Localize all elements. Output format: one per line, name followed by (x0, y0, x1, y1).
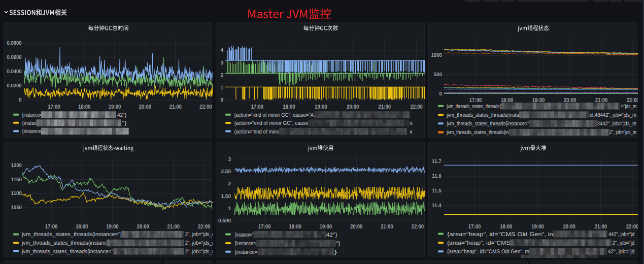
svg-text:3: 3 (220, 60, 223, 66)
svg-text:1200: 1200 (11, 162, 22, 169)
svg-text:22:00: 22:00 (199, 104, 212, 110)
svg-text:{instance=: {instance= (235, 241, 256, 247)
svg-text:{instance=: {instance= (235, 249, 258, 255)
svg-text:jvm_threads_states_threads{in: jvm_threads_states_threads{in (446, 129, 509, 136)
svg-text:0.0400: 0.0400 (7, 69, 22, 75)
svg-text:1100: 1100 (11, 190, 22, 196)
svg-text:3442", job="jds_m: 3442", job="jds_m (597, 121, 636, 127)
svg-text:="jds_m: ="jds_m (621, 104, 636, 110)
svg-text:17:00: 17:00 (468, 224, 481, 230)
svg-text:0: 0 (19, 97, 22, 103)
svg-text:0.0600: 0.0600 (7, 54, 22, 60)
svg-text:21:00: 21:00 (595, 97, 608, 104)
svg-text:20:00: 20:00 (139, 104, 152, 110)
svg-text:21:00: 21:00 (379, 104, 391, 110)
svg-text:442", job="jd: 442", job="jd (608, 232, 634, 238)
svg-text:11.7: 11.7 (432, 158, 442, 164)
svg-text:42"}: 42"} (117, 112, 126, 118)
svg-text:19:00: 19:00 (532, 97, 545, 104)
svg-text:et:48442", job="jds_m: et:48442", job="jds_m (590, 112, 637, 118)
svg-text:19:00: 19:00 (320, 224, 332, 230)
svg-text:21:00: 21:00 (595, 224, 607, 230)
svg-text:17:00: 17:00 (251, 104, 264, 110)
svg-text:19:00: 19:00 (315, 104, 327, 110)
svg-text:1050: 1050 (11, 205, 22, 211)
svg-text:21:00: 21:00 (381, 224, 393, 230)
svg-text:jvm_threads_states_threads{ins: jvm_threads_states_threads{instance=" (446, 121, 529, 127)
svg-text:20:00: 20:00 (564, 97, 577, 104)
svg-text:jvm_threads_states_threads{ins: jvm_threads_states_threads{instance=" (21, 249, 113, 255)
svg-text:2.50: 2.50 (221, 169, 231, 175)
svg-text:11.4: 11.4 (432, 203, 442, 209)
svg-text:17:00: 17:00 (48, 104, 60, 110)
svg-text:42", job="jd: 42", job="jd (608, 249, 634, 255)
svg-text:jvm_threads_states_threads{ins: jvm_threads_states_threads{instanc (21, 240, 107, 246)
svg-text:11.6: 11.6 (432, 173, 442, 179)
svg-text:1150: 1150 (11, 177, 22, 183)
svg-text:17:00: 17:00 (469, 97, 482, 104)
svg-text:{instance=": {instance=" (22, 112, 44, 118)
svg-text:x: x (410, 129, 413, 135)
svg-text:0: 0 (439, 91, 442, 97)
svg-text:"}: "} (122, 120, 127, 126)
svg-text:22:00: 22:00 (627, 97, 638, 104)
svg-text:500: 500 (434, 72, 442, 78)
svg-text:0.0200: 0.0200 (7, 83, 22, 89)
svg-text:19:00: 19:00 (109, 104, 121, 110)
svg-text:18:00: 18:00 (500, 224, 513, 230)
svg-text:2", job="jds_m: 2", job="jds_m (185, 240, 213, 246)
svg-text:22:00: 22:00 (626, 224, 638, 230)
svg-text:"}: "} (335, 241, 340, 247)
svg-text:19:00: 19:00 (106, 224, 119, 230)
svg-text:2", job="jds_m: 2", job="jds_m (185, 232, 213, 238)
svg-text:0: 0 (220, 97, 223, 103)
svg-text:jvm_threads_states_threads{ins: jvm_threads_states_threads{instance="j (21, 232, 122, 238)
svg-text:22:00: 22:00 (198, 224, 211, 230)
svg-text:2: 2 (228, 181, 231, 187)
svg-text:18:00: 18:00 (501, 97, 514, 104)
svg-text:{instance=": {instance=" (235, 232, 254, 238)
svg-text:20:00: 20:00 (350, 224, 363, 230)
svg-text:4: 4 (220, 47, 223, 53)
svg-text:{action="end of mino: {action="end of mino (234, 129, 280, 135)
svg-text:2: 2 (220, 72, 223, 78)
svg-text:20:00: 20:00 (563, 224, 575, 230)
svg-text:0.500: 0.500 (218, 218, 231, 224)
svg-text:22:00: 22:00 (412, 224, 424, 230)
svg-text:{area="heap", id="CMS: {area="heap", id="CMS (447, 240, 510, 246)
svg-text:18:00: 18:00 (78, 104, 91, 110)
svg-text:jvm_threads_states_threads{ins: jvm_threads_states_threads{insta (446, 112, 519, 118)
svg-text:{area="heap", id="CMS Old Gen": {area="heap", id="CMS Old Gen", m (447, 249, 529, 255)
svg-text:20:00: 20:00 (137, 224, 149, 230)
svg-text:1.50: 1.50 (221, 193, 231, 200)
svg-text:20:00: 20:00 (347, 104, 359, 110)
svg-text:{action="end of minor GC", cau: {action="end of minor GC", cause (234, 120, 309, 126)
svg-text:17:00: 17:00 (258, 224, 271, 230)
svg-text:18:00: 18:00 (76, 224, 88, 230)
svg-text:11.5: 11.5 (432, 188, 442, 194)
svg-text:3: 3 (228, 156, 231, 162)
svg-text:2", job="jd: 2", job="jd (613, 240, 635, 246)
svg-text:21:00: 21:00 (167, 224, 180, 230)
svg-text:19:00: 19:00 (531, 224, 544, 230)
svg-text:18:00: 18:00 (283, 104, 295, 110)
svg-text:{instance: {instance (22, 128, 42, 135)
svg-text:22:00: 22:00 (410, 104, 423, 110)
svg-text:18:00: 18:00 (289, 224, 301, 230)
svg-text:{action="end of minor GC", cau: {action="end of minor GC", cause="A (234, 112, 314, 118)
svg-text:21:00: 21:00 (169, 104, 182, 110)
svg-text:jvm_threads_states_threads{: jvm_threads_states_threads{ (446, 104, 501, 110)
svg-text:x: x (410, 120, 413, 126)
svg-text:17:00: 17:00 (45, 224, 58, 230)
svg-text:2", job="jds_m: 2", job="jds_m (185, 249, 213, 255)
svg-text:42"}: 42"} (326, 232, 337, 238)
svg-text:1: 1 (228, 206, 231, 212)
svg-text:{instan: {instan (22, 120, 38, 126)
svg-text:0.0800: 0.0800 (7, 40, 22, 46)
svg-text:}: } (334, 249, 337, 255)
svg-text:1: 1 (220, 85, 223, 91)
svg-text:{area="heap", id="CMS Old Gen": {area="heap", id="CMS Old Gen", in (447, 232, 553, 238)
svg-text:1000: 1000 (431, 52, 443, 58)
svg-text:2", job="jds_m: 2", job="jds_m (609, 129, 636, 136)
